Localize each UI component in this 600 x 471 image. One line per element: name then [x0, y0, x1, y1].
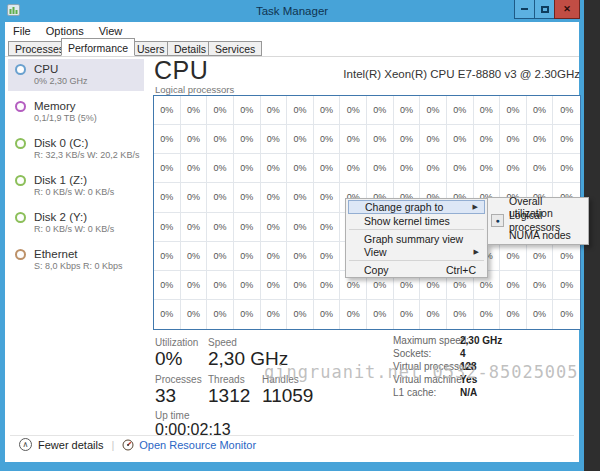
cpu-core-cell: 0%	[234, 154, 261, 183]
threads-label: Threads	[208, 374, 245, 385]
sidebar-item-disk0[interactable]: Disk 0 (C:) R: 32,3 KB/s W: 20,2 KB/s	[8, 133, 144, 165]
minimize-button[interactable]	[514, 0, 535, 19]
processor-name: Intel(R) Xeon(R) CPU E7-8880 v3 @ 2.30GH…	[343, 68, 580, 80]
uptime-label: Up time	[155, 410, 189, 421]
performance-pane: CPU 0% 2,30 GHz Memory 0,1/1,9 TB (5%)	[5, 57, 579, 444]
sidebar-item-subtitle: R: 32,3 KB/s W: 20,2 KB/s	[34, 150, 139, 161]
tab-details[interactable]: Details	[167, 41, 213, 56]
cpu-core-cell: 0%	[527, 271, 554, 300]
cpu-core-cell: 0%	[287, 242, 314, 271]
menu-item-show-kernel-times[interactable]: Show kernel times	[348, 214, 485, 227]
tab-performance[interactable]: Performance	[61, 38, 135, 56]
sidebar-item-disk2[interactable]: Disk 2 (Y:) R: 0 KB/s W: 0 KB/s	[8, 207, 144, 239]
sidebar-item-subtitle: R: 0 KB/s W: 0 KB/s	[34, 224, 114, 235]
menu-item-graph-summary-view[interactable]: Graph summary view	[348, 232, 485, 245]
disk-graph-icon	[15, 138, 26, 149]
cpu-core-cell: 0%	[474, 125, 501, 154]
close-button[interactable]: ✕	[554, 0, 580, 19]
cpu-core-cell: 0%	[154, 154, 181, 183]
window-title: Task Manager	[0, 5, 584, 17]
cpu-core-cell: 0%	[420, 300, 447, 329]
menu-item-view[interactable]: View ▶	[348, 245, 485, 258]
footer-divider: |	[111, 439, 114, 451]
titlebar[interactable]: Task Manager ✕	[0, 0, 584, 22]
cpu-core-cell: 0%	[154, 300, 181, 329]
sidebar-item-disk1[interactable]: Disk 1 (Z:) R: 0 KB/s W: 0 KB/s	[8, 170, 144, 202]
watermark-text: qingruanit.net 0532-85025005	[264, 362, 579, 382]
cpu-core-cell: 0%	[154, 125, 181, 154]
cpu-core-cell: 0%	[553, 300, 580, 329]
submenu-arrow-icon: ▶	[474, 248, 479, 256]
cpu-core-cell: 0%	[207, 300, 234, 329]
cpu-core-cell: 0%	[207, 154, 234, 183]
cpu-core-cell: 0%	[154, 96, 181, 125]
menu-bar: File Options View	[5, 22, 579, 39]
cpu-core-cell: 0%	[500, 96, 527, 125]
submenu-item-logical-processors[interactable]: ● Logical processors	[488, 214, 588, 228]
cpu-core-cell: 0%	[261, 154, 288, 183]
footer-bar: ∧ Fewer details | Open Resource Monitor	[10, 435, 574, 453]
menu-view[interactable]: View	[99, 25, 123, 37]
cpu-core-cell: 0%	[500, 125, 527, 154]
maximize-button[interactable]	[534, 0, 555, 19]
cpu-core-cell: 0%	[181, 183, 208, 212]
cpu-core-cell: 0%	[287, 300, 314, 329]
tab-users[interactable]: Users	[130, 41, 171, 56]
menu-item-copy[interactable]: Copy Ctrl+C	[348, 263, 485, 276]
cpu-core-cell: 0%	[394, 96, 421, 125]
sidebar-item-subtitle: S: 8,0 Kbps R: 0 Kbps	[34, 261, 123, 272]
cpu-core-cell: 0%	[314, 125, 341, 154]
graph-type-label: Logical processors	[155, 84, 234, 95]
maximize-icon	[541, 6, 549, 13]
tab-services[interactable]: Services	[208, 41, 262, 56]
resource-monitor-icon	[122, 439, 134, 451]
sidebar-item-title: Disk 2 (Y:)	[34, 211, 114, 224]
sidebar-item-memory[interactable]: Memory 0,1/1,9 TB (5%)	[8, 96, 144, 128]
cpu-core-cell: 0%	[181, 271, 208, 300]
cpu-core-cell: 0%	[207, 271, 234, 300]
cpu-core-cell: 0%	[234, 96, 261, 125]
submenu-arrow-icon: ▶	[473, 203, 478, 211]
fewer-details-button[interactable]: Fewer details	[38, 439, 103, 451]
cpu-core-cell: 0%	[553, 96, 580, 125]
processes-label: Processes	[155, 374, 202, 385]
sidebar-item-cpu[interactable]: CPU 0% 2,30 GHz	[8, 59, 144, 91]
cpu-core-cell: 0%	[154, 213, 181, 242]
cpu-core-cell: 0%	[553, 242, 580, 271]
close-icon: ✕	[563, 4, 571, 14]
cpu-core-cell: 0%	[527, 125, 554, 154]
max-speed-label: Maximum speed:	[393, 335, 469, 346]
menu-item-change-graph-to[interactable]: Change graph to ▶	[348, 200, 485, 214]
cpu-core-cell: 0%	[314, 154, 341, 183]
copy-shortcut: Ctrl+C	[446, 264, 476, 276]
sidebar-item-title: Disk 0 (C:)	[34, 137, 139, 150]
cpu-core-cell: 0%	[234, 183, 261, 212]
cpu-context-menu: Change graph to ▶ Show kernel times Grap…	[345, 198, 488, 278]
cpu-core-cell: 0%	[181, 213, 208, 242]
sidebar-item-ethernet[interactable]: Ethernet S: 8,0 Kbps R: 0 Kbps	[8, 244, 144, 276]
cpu-core-cell: 0%	[447, 125, 474, 154]
menu-file[interactable]: File	[13, 25, 31, 37]
l1-cache-label: L1 cache:	[393, 387, 436, 398]
cpu-core-cell: 0%	[553, 271, 580, 300]
cpu-core-cell: 0%	[207, 96, 234, 125]
cpu-core-cell: 0%	[314, 183, 341, 212]
cpu-core-cell: 0%	[154, 183, 181, 212]
performance-sidebar: CPU 0% 2,30 GHz Memory 0,1/1,9 TB (5%)	[8, 59, 144, 281]
cpu-core-cell: 0%	[340, 300, 367, 329]
cpu-core-cell: 0%	[500, 271, 527, 300]
l1-cache-value: N/A	[460, 387, 477, 398]
speed-label: Speed	[208, 337, 237, 348]
cpu-core-cell: 0%	[234, 300, 261, 329]
menu-separator	[349, 229, 484, 230]
disk-graph-icon	[15, 212, 26, 223]
submenu-item-numa-nodes[interactable]: NUMA nodes	[488, 228, 588, 242]
menu-options[interactable]: Options	[46, 25, 84, 37]
cpu-core-cell: 0%	[474, 300, 501, 329]
cpu-core-cell: 0%	[340, 125, 367, 154]
cpu-core-cell: 0%	[500, 154, 527, 183]
cpu-core-cell: 0%	[207, 213, 234, 242]
cpu-core-cell: 0%	[340, 96, 367, 125]
open-resource-monitor-link[interactable]: Open Resource Monitor	[139, 439, 256, 451]
cpu-core-cell: 0%	[261, 213, 288, 242]
